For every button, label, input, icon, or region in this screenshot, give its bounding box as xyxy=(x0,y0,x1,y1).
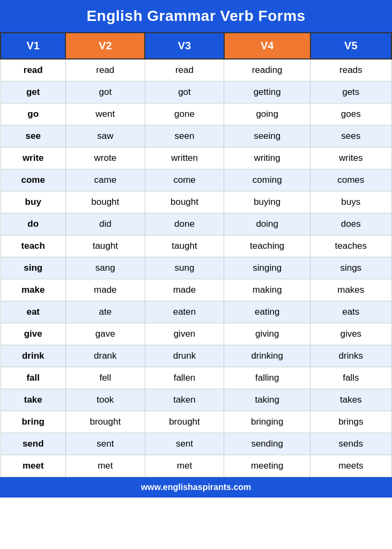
table-cell: gets xyxy=(310,81,391,103)
table-cell: meets xyxy=(310,455,391,477)
table-row: buyboughtboughtbuyingbuys xyxy=(1,191,391,213)
table-cell: bought xyxy=(65,191,145,213)
table-cell: falls xyxy=(310,367,391,389)
table-cell: makes xyxy=(310,279,391,301)
table-cell: gives xyxy=(310,323,391,345)
table-cell: given xyxy=(145,323,224,345)
table-cell: teach xyxy=(1,235,65,257)
table-row: meetmetmetmeetingmeets xyxy=(1,455,391,477)
table-cell: reading xyxy=(224,59,310,81)
table-cell: taught xyxy=(145,235,224,257)
table-cell: eat xyxy=(1,301,65,323)
table-cell: getting xyxy=(224,81,310,103)
table-cell: meeting xyxy=(224,455,310,477)
table-cell: read xyxy=(1,59,65,81)
table-cell: drank xyxy=(65,345,145,367)
table-cell: singing xyxy=(224,257,310,279)
column-header-v1: V1 xyxy=(1,33,65,59)
table-cell: does xyxy=(310,213,391,235)
table-cell: come xyxy=(145,169,224,191)
table-cell: made xyxy=(65,279,145,301)
table-cell: got xyxy=(65,81,145,103)
table-row: getgotgotgettinggets xyxy=(1,81,391,103)
table-cell: taking xyxy=(224,389,310,411)
table-cell: writes xyxy=(310,147,391,169)
table-row: fallfellfallenfallingfalls xyxy=(1,367,391,389)
table-cell: bought xyxy=(145,191,224,213)
table-cell: drunk xyxy=(145,345,224,367)
table-cell: drink xyxy=(1,345,65,367)
column-header-v3: V3 xyxy=(145,33,224,59)
table-cell: read xyxy=(145,59,224,81)
table-cell: comes xyxy=(310,169,391,191)
table-row: eatateeateneatingeats xyxy=(1,301,391,323)
table-cell: bringing xyxy=(224,411,310,433)
table-cell: made xyxy=(145,279,224,301)
table-cell: gone xyxy=(145,103,224,125)
table-cell: brings xyxy=(310,411,391,433)
table-row: taketooktakentakingtakes xyxy=(1,389,391,411)
table-cell: falling xyxy=(224,367,310,389)
table-cell: did xyxy=(65,213,145,235)
table-cell: buys xyxy=(310,191,391,213)
table-cell: taken xyxy=(145,389,224,411)
table-cell: teaches xyxy=(310,235,391,257)
table-cell: brought xyxy=(65,411,145,433)
table-cell: sang xyxy=(65,257,145,279)
table-cell: go xyxy=(1,103,65,125)
table-row: readreadreadreadingreads xyxy=(1,59,391,81)
table-cell: written xyxy=(145,147,224,169)
table-cell: take xyxy=(1,389,65,411)
column-header-v2: V2 xyxy=(65,33,145,59)
table-header-row: V1V2V3V4V5 xyxy=(1,33,391,59)
table-cell: making xyxy=(224,279,310,301)
table-cell: teaching xyxy=(224,235,310,257)
table-body: readreadreadreadingreadsgetgotgotgetting… xyxy=(1,59,391,477)
table-row: writewrotewrittenwritingwrites xyxy=(1,147,391,169)
table-cell: eaten xyxy=(145,301,224,323)
table-cell: doing xyxy=(224,213,310,235)
table-cell: sung xyxy=(145,257,224,279)
table-cell: sent xyxy=(145,433,224,455)
table-cell: seen xyxy=(145,125,224,147)
table-cell: writing xyxy=(224,147,310,169)
table-cell: sing xyxy=(1,257,65,279)
table-cell: fall xyxy=(1,367,65,389)
table-cell: got xyxy=(145,81,224,103)
table-cell: met xyxy=(145,455,224,477)
table-row: makemademademakingmakes xyxy=(1,279,391,301)
table-row: dodiddonedoingdoes xyxy=(1,213,391,235)
table-cell: sent xyxy=(65,433,145,455)
table-cell: going xyxy=(224,103,310,125)
table-cell: bring xyxy=(1,411,65,433)
table-cell: buy xyxy=(1,191,65,213)
table-cell: do xyxy=(1,213,65,235)
table-cell: give xyxy=(1,323,65,345)
table-row: comecamecomecomingcomes xyxy=(1,169,391,191)
table-cell: gave xyxy=(65,323,145,345)
column-header-v5: V5 xyxy=(310,33,391,59)
table-cell: taught xyxy=(65,235,145,257)
table-cell: sends xyxy=(310,433,391,455)
table-cell: went xyxy=(65,103,145,125)
table-cell: ate xyxy=(65,301,145,323)
verb-forms-table: V1V2V3V4V5 readreadreadreadingreadsgetgo… xyxy=(0,32,392,477)
table-cell: takes xyxy=(310,389,391,411)
table-cell: drinking xyxy=(224,345,310,367)
footer: www.englishaspirants.com xyxy=(0,477,392,498)
table-row: seesawseenseeingsees xyxy=(1,125,391,147)
table-cell: eating xyxy=(224,301,310,323)
table-cell: reads xyxy=(310,59,391,81)
table-row: drinkdrankdrunkdrinkingdrinks xyxy=(1,345,391,367)
table-cell: come xyxy=(1,169,65,191)
table-cell: sending xyxy=(224,433,310,455)
table-cell: coming xyxy=(224,169,310,191)
table-cell: see xyxy=(1,125,65,147)
table-cell: get xyxy=(1,81,65,103)
table-cell: buying xyxy=(224,191,310,213)
table-row: bringbroughtbroughtbringingbrings xyxy=(1,411,391,433)
table-cell: goes xyxy=(310,103,391,125)
table-row: teachtaughttaughtteachingteaches xyxy=(1,235,391,257)
column-header-v4: V4 xyxy=(224,33,310,59)
page-wrapper: English Grammar Verb Forms V1V2V3V4V5 re… xyxy=(0,0,392,498)
